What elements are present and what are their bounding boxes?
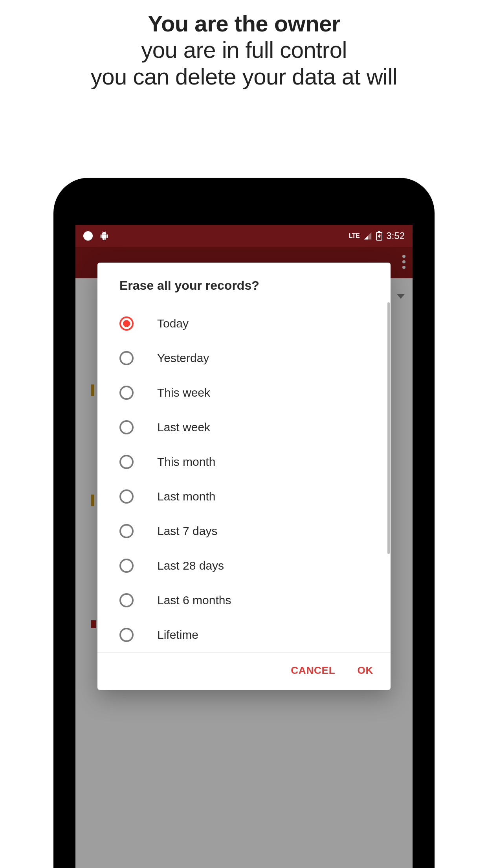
android-icon [100,232,108,240]
dialog-title: Erase all your records? [97,263,391,302]
status-left [83,231,108,241]
battery-charging-icon [376,231,382,241]
radio-button-icon [119,455,134,469]
svg-rect-1 [378,231,380,232]
radio-button-icon [119,420,134,434]
radio-list[interactable]: Today Yesterday This week Last week [97,302,391,652]
radio-button-icon [119,593,134,607]
signal-icon [363,232,372,240]
radio-label: Last week [157,421,210,434]
status-right: LTE 3:52 [349,230,405,241]
lte-indicator: LTE [349,232,360,239]
phone-frame: LTE 3:52 Erase all you [53,178,435,868]
overflow-menu-icon[interactable] [402,255,406,269]
scrollbar-thumb[interactable] [387,302,390,554]
radio-label: Today [157,317,189,330]
radio-label: Yesterday [157,351,209,365]
cancel-button[interactable]: CANCEL [291,664,335,677]
radio-button-icon [119,489,134,504]
status-bar: LTE 3:52 [75,225,413,247]
radio-option-yesterday[interactable]: Yesterday [97,341,391,375]
radio-label: Last 7 days [157,524,217,538]
radio-label: Last month [157,490,215,503]
radio-option-last-28-days[interactable]: Last 28 days [97,548,391,583]
radio-label: This week [157,386,210,399]
phone-screen: LTE 3:52 Erase all you [75,225,413,868]
radio-option-last-7-days[interactable]: Last 7 days [97,514,391,548]
headline-line2: you can delete your data at will [0,63,488,90]
radio-label: Last 6 months [157,594,231,607]
radio-label: Last 28 days [157,559,224,572]
radio-option-lifetime[interactable]: Lifetime [97,618,391,652]
radio-button-icon [119,386,134,400]
radio-button-icon [119,524,134,538]
radio-button-icon [119,351,134,365]
promo-headline: You are the owner you are in full contro… [0,0,488,90]
radio-option-last-month[interactable]: Last month [97,479,391,514]
radio-option-this-week[interactable]: This week [97,375,391,410]
notification-dot-icon [83,231,93,241]
ok-button[interactable]: OK [357,664,373,677]
radio-button-icon [119,316,134,331]
erase-records-dialog: Erase all your records? Today Yesterday … [97,263,391,690]
dialog-actions: CANCEL OK [97,652,391,690]
radio-option-last-week[interactable]: Last week [97,410,391,445]
radio-label: This month [157,455,215,469]
headline-line1: you are in full control [0,37,488,63]
radio-option-this-month[interactable]: This month [97,445,391,479]
radio-button-icon [119,559,134,573]
radio-option-today[interactable]: Today [97,306,391,341]
headline-bold: You are the owner [0,10,488,37]
status-time: 3:52 [386,230,405,241]
radio-option-last-6-months[interactable]: Last 6 months [97,583,391,618]
radio-button-icon [119,628,134,642]
radio-label: Lifetime [157,628,198,642]
app-content: Erase all your records? Today Yesterday … [75,247,413,868]
